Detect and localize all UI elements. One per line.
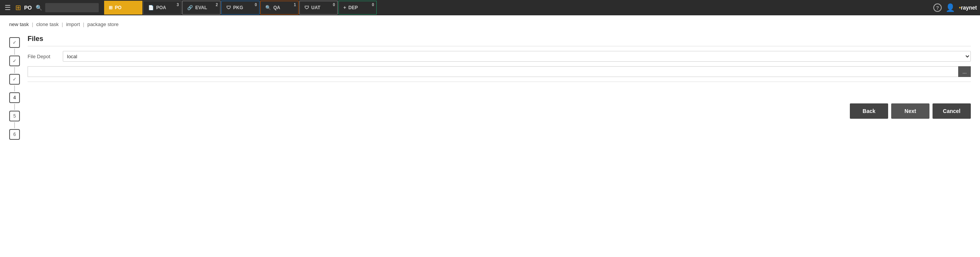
search-icon: 🔍 (36, 5, 42, 11)
breadcrumb-sep-3: | (83, 21, 84, 27)
step-circle-5[interactable]: 5 (9, 111, 20, 121)
po-label: PO (24, 5, 32, 11)
tab-qa-badge: 1 (294, 3, 296, 7)
tab-poa[interactable]: 📄 POA 3 (143, 1, 181, 15)
step-circle-2[interactable]: ✓ (9, 56, 20, 66)
breadcrumb-new-task[interactable]: new task (9, 21, 29, 27)
tab-dep-badge: 0 (372, 3, 374, 7)
tab-uat-badge: 0 (333, 3, 335, 7)
form-area: Files File Depot local remote network ..… (28, 35, 971, 141)
file-path-input[interactable] (28, 66, 958, 77)
step-circle-1[interactable]: ✓ (9, 37, 20, 48)
breadcrumb-package-store[interactable]: package store (87, 21, 119, 27)
tab-eval-badge: 2 (216, 3, 218, 7)
raynet-logo: •raynet (959, 5, 977, 11)
step-connector-5 (14, 122, 15, 128)
page-body: ✓ ✓ ✓ 4 5 6 File (9, 35, 971, 141)
breadcrumb-sep-2: | (62, 21, 63, 27)
step-circle-4[interactable]: 4 (9, 92, 20, 103)
tab-qa-label: QA (273, 5, 280, 10)
step-3: ✓ (9, 73, 20, 92)
tab-po-icon: ⊞ (109, 5, 113, 10)
navbar: ☰ ⊞ PO 🔍 ⊞ PO 📄 POA 3 🔗 EVAL 2 🛡 PKG 0 🔍… (0, 0, 980, 15)
help-icon[interactable]: ? (933, 3, 942, 12)
tab-pkg-badge: 0 (255, 3, 257, 7)
steps-sidebar: ✓ ✓ ✓ 4 5 6 (9, 35, 28, 141)
tab-pkg-label: PKG (233, 5, 243, 10)
tab-eval[interactable]: 🔗 EVAL 2 (182, 1, 220, 15)
footer-buttons: Back Next Cancel (28, 97, 971, 119)
tab-eval-icon: 🔗 (187, 5, 193, 10)
tab-dep[interactable]: + DEP 0 (338, 1, 377, 15)
user-icon[interactable]: 👤 (946, 3, 955, 12)
step-connector-1 (14, 49, 15, 55)
file-depot-label: File Depot (28, 54, 58, 59)
step-4: 4 (9, 92, 20, 110)
tab-uat-icon: 🛡 (304, 5, 309, 10)
step-connector-4 (14, 104, 15, 110)
step-connector-3 (14, 85, 15, 92)
navbar-right: ? 👤 •raynet (933, 3, 977, 12)
tab-dep-icon: + (343, 5, 346, 10)
tab-pkg-icon: 🛡 (226, 5, 231, 10)
hamburger-icon[interactable]: ☰ (3, 2, 12, 13)
step-6: 6 (9, 128, 20, 141)
breadcrumb-clone-task[interactable]: clone task (36, 21, 59, 27)
tab-po[interactable]: ⊞ PO (104, 1, 142, 15)
tab-poa-badge: 3 (176, 3, 179, 7)
cancel-button[interactable]: Cancel (933, 103, 971, 119)
tab-qa-icon: 🔍 (265, 5, 271, 10)
tab-uat-label: UAT (311, 5, 320, 10)
section-divider (28, 82, 971, 82)
file-input-row: ... (28, 66, 971, 77)
tab-po-label: PO (115, 5, 121, 10)
step-2: ✓ (9, 55, 20, 73)
file-depot-select[interactable]: local remote network (63, 51, 971, 62)
tab-uat[interactable]: 🛡 UAT 0 (299, 1, 338, 15)
section-title: Files (28, 35, 971, 46)
tab-pkg[interactable]: 🛡 PKG 0 (221, 1, 260, 15)
breadcrumb-import[interactable]: import (66, 21, 80, 27)
step-circle-3[interactable]: ✓ (9, 74, 20, 85)
step-connector-2 (14, 67, 15, 73)
step-5: 5 (9, 110, 20, 128)
main-content: new task | clone task | import | package… (0, 15, 980, 257)
tab-eval-label: EVAL (195, 5, 207, 10)
logo-icon: ⊞ (15, 3, 21, 12)
tab-qa[interactable]: 🔍 QA 1 (260, 1, 299, 15)
tab-poa-icon: 📄 (148, 5, 154, 10)
search-input[interactable] (45, 3, 99, 12)
file-browse-button[interactable]: ... (958, 66, 971, 77)
step-1: ✓ (9, 36, 20, 55)
step-circle-6[interactable]: 6 (9, 129, 20, 140)
breadcrumb-sep-1: | (32, 21, 33, 27)
breadcrumb: new task | clone task | import | package… (9, 21, 971, 27)
navbar-left: ☰ ⊞ PO 🔍 (3, 2, 103, 13)
file-depot-group: File Depot local remote network (28, 51, 971, 62)
tab-bar: ⊞ PO 📄 POA 3 🔗 EVAL 2 🛡 PKG 0 🔍 QA 1 🛡 U… (104, 0, 932, 15)
next-button[interactable]: Next (891, 103, 929, 119)
tab-poa-label: POA (156, 5, 166, 10)
back-button[interactable]: Back (850, 103, 888, 119)
tab-dep-label: DEP (348, 5, 358, 10)
